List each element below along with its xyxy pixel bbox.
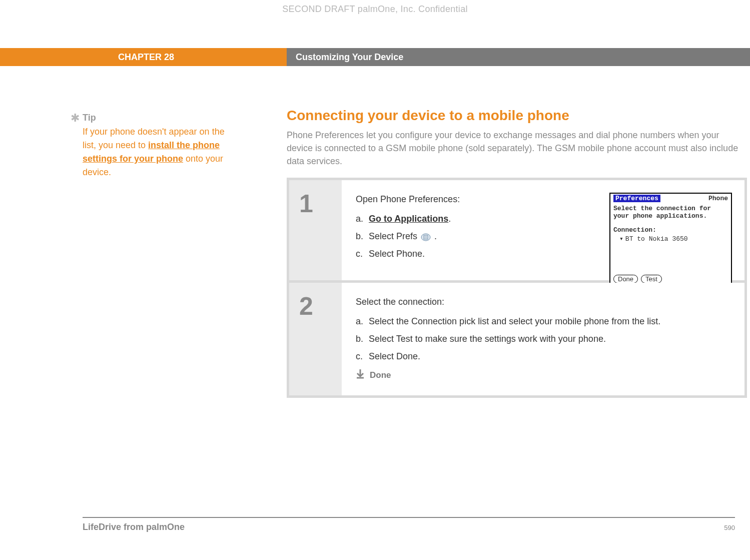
step-number: 1 [289,180,342,280]
palm-done-button[interactable]: Done [613,275,638,283]
substep-label: c. [356,351,369,362]
tip-sidebar: ✱ Tip If your phone doesn't appear on th… [83,113,238,179]
chapter-title: Customizing Your Device [287,48,750,66]
palm-os-screenshot: Preferences Phone Select the connection … [609,193,732,287]
step-2: 2 Select the connection: a. Select the C… [289,283,744,395]
palm-titlebar: Preferences Phone [610,194,731,203]
chapter-header: CHAPTER 28 Customizing Your Device [0,48,750,66]
substep-label: a. [356,316,369,327]
palm-title-left: Preferences [613,195,660,202]
palm-test-button[interactable]: Test [641,275,662,283]
substep-a: a. Select the Connection pick list and s… [356,316,730,327]
substep-c-text: Select Phone. [369,249,425,259]
tip-label: Tip [83,113,238,123]
prefs-icon [421,233,431,241]
done-indicator: Done [356,369,730,381]
substep-label: b. [356,334,369,344]
page-footer: LifeDrive from palmOne 590 [83,517,735,532]
substep-label: c. [356,249,369,259]
section-intro: Phone Preferences let you configure your… [287,129,750,168]
go-to-applications-link[interactable]: Go to Applications [369,214,448,224]
step-heading: Select the connection: [356,297,730,307]
step-1: 1 Open Phone Preferences: a. Go to Appli… [289,180,744,280]
substep-a-text: Select the Connection pick list and sele… [369,316,660,327]
substep-c: c. Select Done. [356,351,730,362]
palm-connection-picklist[interactable]: BT to Nokia 3650 [610,235,731,273]
substep-label: b. [356,231,369,242]
substep-b: b. Select Test to make sure the settings… [356,334,730,344]
step-list: a. Select the Connection pick list and s… [356,316,730,362]
step-body: Open Phone Preferences: a. Go to Applica… [342,180,744,280]
asterisk-icon: ✱ [71,112,80,125]
section-title: Connecting your device to a mobile phone [287,108,750,124]
palm-instruction-text: Select the connection for your phone app… [610,203,731,221]
steps-container: 1 Open Phone Preferences: a. Go to Appli… [287,178,747,398]
done-label: Done [370,370,391,380]
palm-title-right: Phone [708,195,728,202]
substep-c-text: Select Done. [369,351,420,362]
down-arrow-icon [356,369,365,381]
watermark-text: SECOND DRAFT palmOne, Inc. Confidential [282,4,468,15]
substep-label: a. [356,214,369,224]
substep-b-post: . [434,231,437,241]
palm-connection-label: Connection: [610,221,731,235]
main-content: Connecting your device to a mobile phone… [287,108,750,398]
step-number: 2 [289,283,342,395]
footer-product-name: LifeDrive from palmOne [83,522,185,532]
page-number: 590 [724,524,735,531]
substep-b-text: Select Test to make sure the settings wo… [369,334,606,344]
chapter-number: CHAPTER 28 [0,48,287,66]
substep-b-pre: Select Prefs [369,231,420,241]
step-body: Select the connection: a. Select the Con… [342,283,744,395]
substep-a-post: . [448,214,451,224]
tip-body: If your phone doesn't appear on the list… [83,125,238,179]
